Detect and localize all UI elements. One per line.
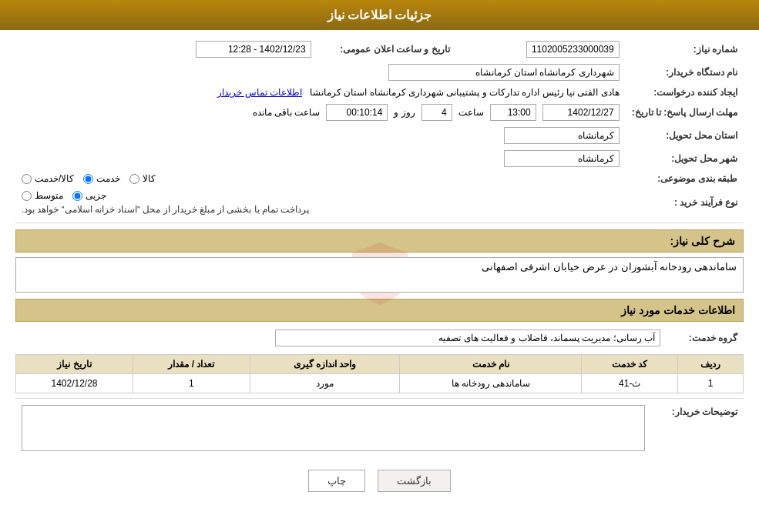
buyer-notes-label: توضیحات خریدار: <box>651 402 744 454</box>
creator-link[interactable]: اطلاعات تماس خریدار <box>217 87 302 98</box>
province-value: کرمانشاه <box>504 127 620 144</box>
purchase-type-medium-label: متوسط <box>35 190 63 201</box>
table-row: 1ث-41ساماندهی رودخانه هامورد11402/12/28 <box>16 374 744 393</box>
category-option-service[interactable]: خدمت <box>83 173 120 184</box>
category-radio-service[interactable] <box>83 174 93 184</box>
purchase-type-label: نوع فرآیند خرید : <box>626 187 744 218</box>
col-header-name: نام خدمت <box>400 355 582 374</box>
announce-date-label: تاریخ و ساعت اعلان عمومی: <box>317 38 456 61</box>
category-radio-goods[interactable] <box>129 174 139 184</box>
col-header-code: کد خدمت <box>582 355 678 374</box>
services-section-header: اطلاعات خدمات مورد نیاز <box>15 299 744 322</box>
category-label: طبقه بندی موضوعی: <box>626 170 744 187</box>
deadline-time-label: ساعت <box>458 107 484 118</box>
category-option-goods[interactable]: کالا <box>129 173 156 184</box>
deadline-remaining-label: ساعت باقی مانده <box>253 107 321 118</box>
divider-1 <box>15 223 744 223</box>
deadline-time: 13:00 <box>490 104 536 121</box>
service-group-label: گروه خدمت: <box>667 326 744 350</box>
col-header-qty: تعداد / مقدار <box>133 355 250 374</box>
purchase-type-medium[interactable]: متوسط <box>22 190 63 201</box>
deadline-days: 4 <box>421 104 452 121</box>
announce-date-value: 1402/12/23 - 12:28 <box>196 41 311 58</box>
purchase-type-partial-label: جزیی <box>86 190 106 201</box>
purchase-type-partial[interactable]: جزیی <box>72 190 106 201</box>
city-value: کرمانشاه <box>504 150 620 167</box>
purchase-type-note: پرداخت تمام یا بخشی از مبلغ خریدار از مح… <box>22 204 309 215</box>
city-label: شهر محل تحویل: <box>626 147 744 170</box>
purchase-type-medium-radio[interactable] <box>22 191 32 201</box>
col-header-row: ردیف <box>678 355 744 374</box>
narration-value: ساماندهی رودخانه آبشوران در عرض خیابان ا… <box>15 257 744 293</box>
buyer-org-value: شهرداری کرمانشاه استان کرمانشاه <box>388 64 620 81</box>
province-label: استان محل تحویل: <box>626 124 744 147</box>
category-goods-label: کالا <box>143 173 156 184</box>
deadline-days-label: روز و <box>394 107 415 118</box>
buyer-org-label: نام دستگاه خریدار: <box>626 61 744 84</box>
services-table: ردیف کد خدمت نام خدمت واحد اندازه گیری ت… <box>15 354 744 393</box>
deadline-date: 1402/12/27 <box>542 104 620 121</box>
category-radio-khadmat[interactable] <box>22 174 32 184</box>
service-group-value: آب رسانی؛ مدیریت پسماند، فاضلاب و فعالیت… <box>275 330 660 346</box>
print-button[interactable]: چاپ <box>308 470 365 492</box>
col-header-unit: واحد اندازه گیری <box>250 355 400 374</box>
creator-value: هادی الفتی نیا رئیس اداره تدارکات و پشتی… <box>310 87 620 98</box>
back-button[interactable]: بازگشت <box>378 470 451 492</box>
deadline-remaining: 00:10:14 <box>326 104 388 121</box>
need-number-label: شماره نیاز: <box>626 38 744 61</box>
col-header-date: تاریخ نیاز <box>16 355 133 374</box>
narration-section-header: شرح کلی نیاز: <box>15 229 744 253</box>
page-title: جزئیات اطلاعات نیاز <box>0 0 759 30</box>
purchase-type-partial-radio[interactable] <box>72 191 82 201</box>
creator-label: ایجاد کننده درخواست: <box>626 84 744 101</box>
buyer-notes-textarea[interactable] <box>22 405 645 451</box>
category-option-khadmat[interactable]: کالا/خدمت <box>22 173 74 184</box>
category-service-label: خدمت <box>96 173 120 184</box>
divider-2 <box>15 398 744 399</box>
need-number-value: 1102005233000039 <box>526 41 620 58</box>
category-khadmat-label: کالا/خدمت <box>35 173 74 184</box>
deadline-label: مهلت ارسال پاسخ: تا تاریخ: <box>626 101 744 124</box>
button-area: بازگشت چاپ <box>15 459 744 500</box>
